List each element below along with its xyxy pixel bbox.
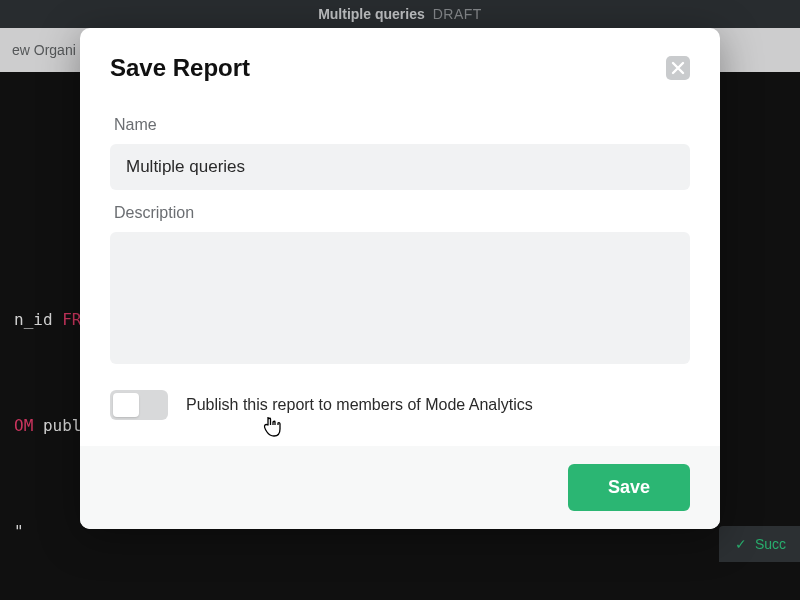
toggle-knob	[113, 393, 139, 417]
close-button[interactable]	[666, 56, 690, 80]
name-input[interactable]	[110, 144, 690, 190]
cursor-icon	[262, 416, 282, 438]
dialog-title: Save Report	[110, 54, 250, 82]
save-button[interactable]: Save	[568, 464, 690, 511]
name-label: Name	[114, 116, 690, 134]
close-icon	[671, 61, 685, 75]
description-label: Description	[114, 204, 690, 222]
publish-label: Publish this report to members of Mode A…	[186, 396, 533, 414]
save-report-dialog: Save Report Name Description Publish thi…	[80, 28, 720, 529]
publish-toggle[interactable]	[110, 390, 168, 420]
description-input[interactable]	[110, 232, 690, 364]
